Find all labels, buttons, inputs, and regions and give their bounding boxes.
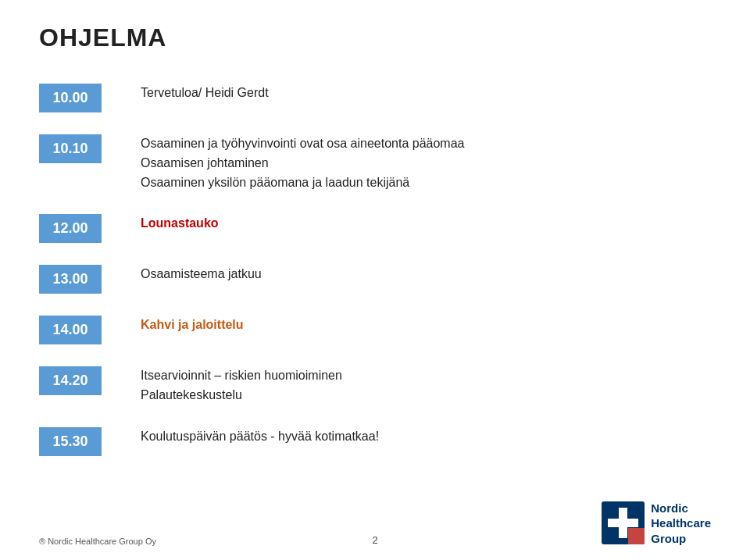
time-box: 10.10	[39, 134, 102, 163]
schedule-content-line: Kahvi ja jaloittelu	[141, 316, 711, 335]
footer-copyright: ® Nordic Healthcare Group Oy	[39, 537, 156, 546]
nhg-text-block: Nordic Healthcare Group	[651, 501, 711, 547]
nhg-logo-icon	[602, 501, 645, 544]
svg-marker-3	[628, 528, 645, 544]
content-cell: Kahvi ja jaloittelu	[125, 311, 711, 349]
schedule-content-line: Itsearvioinnit – riskien huomioiminen	[141, 366, 711, 386]
time-cell: 10.10	[39, 130, 125, 197]
time-box: 13.00	[39, 265, 102, 294]
table-row: 15.30Koulutuspäivän päätös - hyvää kotim…	[39, 423, 711, 461]
schedule-content-line: Koulutuspäivän päätös - hyvää kotimatkaa…	[141, 427, 711, 447]
nhg-healthcare: Healthcare	[651, 515, 711, 531]
content-cell: Lounastauko	[125, 209, 711, 248]
table-row: 14.20Itsearvioinnit – riskien huomioimin…	[39, 362, 711, 410]
table-row: 10.00Tervetuloa/ Heidi Gerdt	[39, 79, 711, 117]
time-box: 14.00	[39, 316, 102, 344]
time-box: 15.30	[39, 427, 102, 456]
table-row: 14.00Kahvi ja jaloittelu	[39, 311, 711, 349]
nhg-group: Group	[651, 531, 711, 547]
schedule-table: 10.00Tervetuloa/ Heidi Gerdt10.10Osaamin…	[39, 74, 711, 473]
content-cell: Osaaminen ja työhyvinvointi ovat osa ain…	[125, 130, 711, 197]
schedule-content-line: Tervetuloa/ Heidi Gerdt	[141, 84, 711, 103]
table-row: 12.00Lounastauko	[39, 209, 711, 248]
page: OHJELMA 10.00Tervetuloa/ Heidi Gerdt10.1…	[0, 0, 750, 560]
content-cell: Tervetuloa/ Heidi Gerdt	[125, 79, 711, 117]
schedule-content-line: Lounastauko	[141, 214, 711, 234]
schedule-content-line: Osaaminen yksilön pääomana ja laadun tek…	[141, 173, 711, 193]
content-cell: Osaamisteema jatkuu	[125, 260, 711, 298]
page-title: OHJELMA	[39, 23, 711, 52]
time-cell: 13.00	[39, 260, 125, 298]
schedule-content-line: Palautekeskustelu	[141, 386, 711, 405]
time-cell: 14.00	[39, 311, 125, 349]
content-cell: Itsearvioinnit – riskien huomioiminenPal…	[125, 362, 711, 410]
time-box: 10.00	[39, 84, 102, 112]
nhg-nordic: Nordic	[651, 501, 711, 516]
schedule-content-line: Osaaminen ja työhyvinvointi ovat osa ain…	[141, 134, 711, 154]
schedule-content-line: Osaamisteema jatkuu	[141, 265, 711, 284]
time-cell: 10.00	[39, 79, 125, 117]
content-cell: Koulutuspäivän päätös - hyvää kotimatkaa…	[125, 423, 711, 461]
schedule-content-line: Osaamisen johtaminen	[141, 154, 711, 173]
svg-rect-2	[608, 519, 638, 527]
time-cell: 15.30	[39, 423, 125, 461]
time-box: 12.00	[39, 214, 102, 243]
time-cell: 14.20	[39, 362, 125, 410]
footer-page-number: 2	[372, 534, 377, 546]
footer: ® Nordic Healthcare Group Oy 2 Nordic He…	[39, 501, 711, 547]
table-row: 10.10Osaaminen ja työhyvinvointi ovat os…	[39, 130, 711, 197]
table-row: 13.00Osaamisteema jatkuu	[39, 260, 711, 298]
footer-logo: Nordic Healthcare Group	[602, 501, 711, 547]
time-box: 14.20	[39, 366, 102, 395]
time-cell: 12.00	[39, 209, 125, 248]
